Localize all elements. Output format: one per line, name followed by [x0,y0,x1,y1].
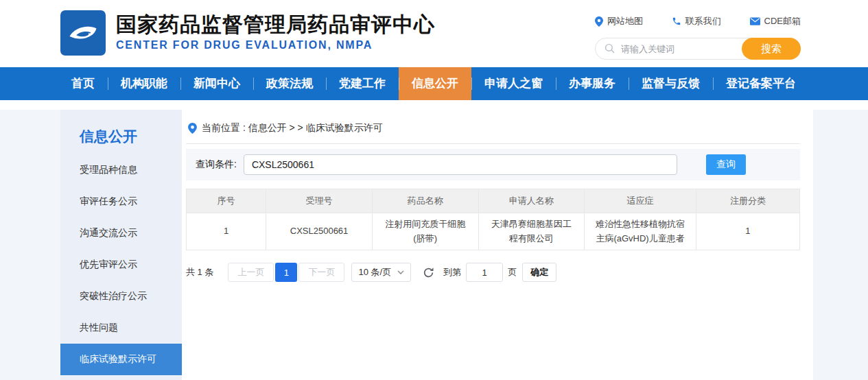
site-search-bar: 搜索 [595,38,801,60]
nav-item-policies[interactable]: 政策法规 [253,67,326,100]
brand-area: 国家药品监督管理局药品审评中心 CENTER FOR DRUG EVALUATI… [60,10,435,56]
col-header-index: 序号 [187,189,266,213]
sidebar-item-clinical-trial-license[interactable]: 临床试验默示许可 [60,344,182,375]
pagination-total: 共 1 条 [186,266,213,278]
site-search-button[interactable]: 搜索 [742,38,801,60]
main-nav: 首页 机构职能 新闻中心 政策法规 党建工作 信息公开 申请人之窗 办事服务 监… [0,67,868,100]
query-bar: 查询条件: 查询 [186,149,800,180]
results-table-head: 序号 受理号 药品名称 申请人名称 适应症 注册分类 [187,189,800,213]
refresh-button[interactable] [423,267,434,278]
chevron-down-icon [397,270,404,274]
query-input[interactable] [244,154,677,175]
col-header-drug-name: 药品名称 [372,189,478,213]
next-page-button[interactable]: 下一页 [298,263,344,282]
goto-page-input[interactable] [466,263,503,282]
nav-item-registration-platform[interactable]: 登记备案平台 [713,67,809,100]
contact-link[interactable]: 联系我们 [672,15,721,27]
cell-acceptance-no: CXSL2500661 [266,213,373,250]
sidebar-item-marketed-drugs[interactable]: 上市药品信息 [60,375,182,380]
cell-indication: 难治性急性移植物抗宿主病(aGvHD)儿童患者 [585,213,696,250]
page-size-label: 10 条/页 [358,266,391,278]
current-page-button[interactable]: 1 [275,263,297,282]
location-pin-icon [188,123,197,134]
sidebar-title: 信息公开 [60,110,182,154]
nav-item-functions[interactable]: 机构职能 [108,67,180,100]
contact-link-label: 联系我们 [685,15,721,27]
location-pin-icon [595,16,603,27]
pagination: 共 1 条 上一页 1 下一页 10 条/页 到第 页 确定 [186,263,800,282]
cell-drug-name: 注射用间充质干细胞(脐带) [372,213,478,250]
top-links: 网站地图 联系我们 CDE邮箱 [595,15,801,27]
col-header-applicant: 申请人名称 [478,189,585,213]
header-utility-area: 网站地图 联系我们 CDE邮箱 搜索 [595,15,801,60]
content-container: 信息公开 受理品种信息 审评任务公示 沟通交流公示 优先审评公示 突破性治疗公示… [60,110,813,380]
main-nav-inner: 首页 机构职能 新闻中心 政策法规 党建工作 信息公开 申请人之窗 办事服务 监… [58,67,810,100]
site-search-input[interactable] [621,44,734,54]
magnifier-icon [605,43,615,54]
col-header-registration-class: 注册分类 [696,189,799,213]
query-button[interactable]: 查询 [706,154,746,175]
nav-item-party[interactable]: 党建工作 [326,67,399,100]
refresh-icon [423,267,434,278]
site-title: 国家药品监督管理局药品审评中心 [116,12,435,38]
cell-applicant: 天津昂赛细胞基因工程有限公司 [478,213,585,250]
query-label: 查询条件: [196,158,237,171]
goto-page-prefix: 到第 [443,266,461,278]
results-header-row: 序号 受理号 药品名称 申请人名称 适应症 注册分类 [187,189,800,213]
site-subtitle: CENTER FOR DRUG EVALUATION, NMPA [116,39,435,51]
breadcrumb-text: 当前位置 : 信息公开 > > 临床试验默示许可 [202,122,383,134]
cde-logo[interactable] [60,10,106,56]
col-header-acceptance-no: 受理号 [266,189,373,213]
cell-index: 1 [187,213,266,250]
site-header: 国家药品监督管理局药品审评中心 CENTER FOR DRUG EVALUATI… [0,0,868,67]
envelope-icon [750,17,760,25]
sidebar-item-common-issues[interactable]: 共性问题 [60,312,182,344]
results-table-body: 1 CXSL2500661 注射用间充质干细胞(脐带) 天津昂赛细胞基因工程有限… [187,213,800,250]
results-table: 序号 受理号 药品名称 申请人名称 适应症 注册分类 1 CXSL2500661… [186,189,800,250]
page-body: 信息公开 受理品种信息 审评任务公示 沟通交流公示 优先审评公示 突破性治疗公示… [0,110,868,380]
prev-page-button[interactable]: 上一页 [228,263,274,282]
breadcrumb: 当前位置 : 信息公开 > > 临床试验默示许可 [186,118,800,144]
sidebar-item-breakthrough-therapy[interactable]: 突破性治疗公示 [60,281,182,312]
sidebar-item-communication[interactable]: 沟通交流公示 [60,217,182,249]
col-header-indication: 适应症 [585,189,696,213]
cell-registration-class: 1 [696,213,799,250]
page-size-select[interactable]: 10 条/页 [351,263,411,282]
nav-item-info-disclosure[interactable]: 信息公开 [399,67,471,100]
sidebar-item-accepted-products[interactable]: 受理品种信息 [60,154,182,186]
nav-item-supervision[interactable]: 监督与反馈 [629,67,713,100]
sidebar-item-review-tasks[interactable]: 审评任务公示 [60,186,182,217]
goto-confirm-button[interactable]: 确定 [522,263,556,282]
cde-fish-logo-icon [65,15,101,51]
sidebar-item-priority-review[interactable]: 优先审评公示 [60,249,182,281]
sitemap-link[interactable]: 网站地图 [595,15,643,27]
goto-page-suffix: 页 [508,266,517,278]
table-row: 1 CXSL2500661 注射用间充质干细胞(脐带) 天津昂赛细胞基因工程有限… [187,213,800,250]
nav-content-gap [0,100,868,110]
sidebar: 信息公开 受理品种信息 审评任务公示 沟通交流公示 优先审评公示 突破性治疗公示… [60,110,182,380]
sitemap-link-label: 网站地图 [607,15,643,27]
cde-mail-link-label: CDE邮箱 [764,15,801,27]
phone-icon [672,16,681,26]
brand-titles: 国家药品监督管理局药品审评中心 CENTER FOR DRUG EVALUATI… [116,10,435,56]
main-content: 当前位置 : 信息公开 > > 临床试验默示许可 查询条件: 查询 序号 受理号… [182,110,813,380]
nav-item-services[interactable]: 办事服务 [556,67,629,100]
nav-item-applicant-window[interactable]: 申请人之窗 [471,67,556,100]
cde-mail-link[interactable]: CDE邮箱 [750,15,801,27]
nav-item-news[interactable]: 新闻中心 [180,67,253,100]
nav-item-home[interactable]: 首页 [58,67,108,100]
